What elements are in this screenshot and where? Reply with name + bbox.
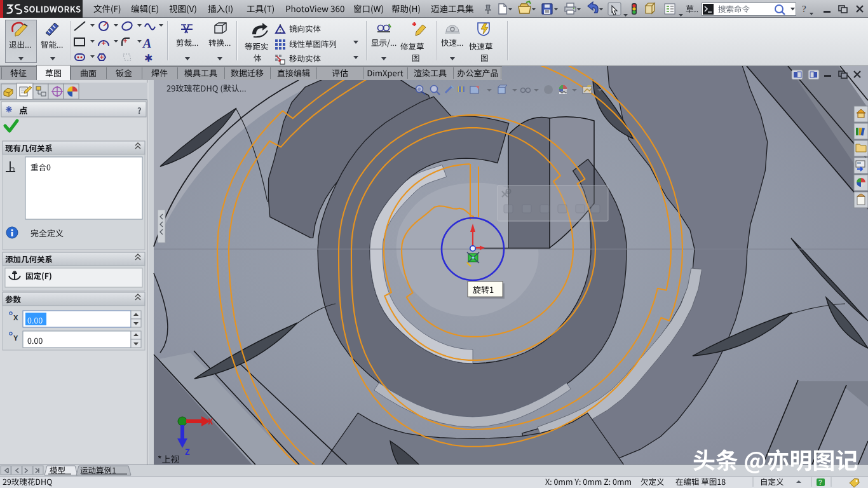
svg-text:?: ?: [802, 4, 806, 14]
